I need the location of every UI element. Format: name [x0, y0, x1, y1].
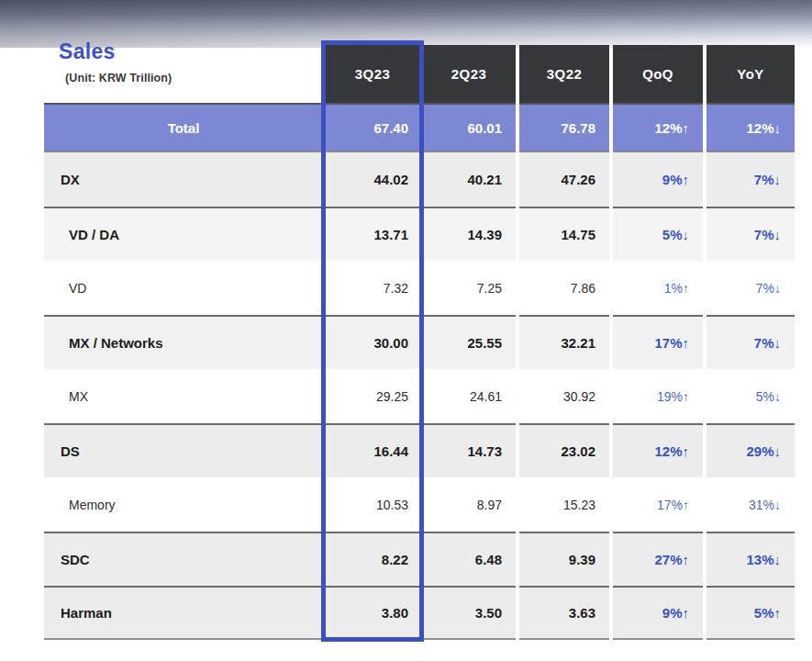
cell-vd-da-qoq: 5%↓: [613, 207, 703, 261]
cell-total-2q23: 60.01: [422, 103, 516, 152]
cell-dx-qoq: 9%↑: [613, 152, 703, 207]
cell-total-yoy: 12%↓: [706, 103, 795, 152]
cell-vd-da-2q23: 14.39: [422, 207, 516, 261]
cell-memory-2q23: 8.97: [422, 477, 516, 532]
title-block: Sales (Unit: KRW Trillion): [59, 40, 172, 84]
cell-mx-networks-3q23: 30.00: [323, 315, 422, 369]
cell-vd-2q23: 7.25: [422, 261, 516, 315]
cell-vd-3q22: 7.86: [519, 261, 609, 315]
column-header-3q23: 3Q23: [323, 45, 422, 103]
cell-vd-da-3q23: 13.71: [323, 207, 422, 261]
row-label-mx-networks: MX / Networks: [44, 315, 323, 369]
cell-total-3q23: 67.40: [323, 103, 422, 152]
cell-mx-qoq: 19%↑: [613, 369, 703, 423]
cell-mx-networks-qoq: 17%↑: [613, 315, 703, 369]
cell-ds-yoy: 29%↓: [706, 423, 795, 477]
cell-mx-networks-2q23: 25.55: [422, 315, 516, 369]
row-label-dx: DX: [44, 152, 323, 207]
cell-memory-3q23: 10.53: [323, 477, 422, 532]
row-label-harman: Harman: [44, 586, 323, 640]
row-label-vd-da: VD / DA: [44, 207, 323, 261]
cell-dx-3q23: 44.02: [323, 152, 422, 207]
cell-mx-networks-3q22: 32.21: [519, 315, 609, 369]
cell-ds-2q23: 14.73: [422, 423, 516, 477]
cell-memory-3q22: 15.23: [519, 477, 609, 532]
row-label-mx: MX: [44, 369, 323, 423]
row-label-sdc: SDC: [44, 532, 323, 586]
cell-sdc-yoy: 13%↓: [706, 532, 795, 586]
cell-memory-yoy: 31%↓: [706, 477, 795, 532]
cell-harman-yoy: 5%↑: [706, 586, 795, 640]
cell-vd-qoq: 1%↑: [613, 261, 703, 315]
cell-memory-qoq: 17%↑: [613, 477, 703, 532]
cell-ds-3q22: 23.02: [519, 423, 609, 477]
row-label-ds: DS: [44, 423, 323, 477]
page-title: Sales: [59, 40, 172, 63]
cell-ds-qoq: 12%↑: [613, 423, 703, 477]
cell-vd-yoy: 7%↓: [706, 261, 795, 315]
column-header-qoq: QoQ: [613, 45, 703, 103]
cell-mx-2q23: 24.61: [422, 369, 516, 423]
row-label-vd: VD: [44, 261, 323, 315]
row-label-memory: Memory: [44, 477, 323, 532]
cell-dx-3q22: 47.26: [519, 152, 609, 207]
cell-dx-2q23: 40.21: [422, 152, 516, 207]
cell-harman-qoq: 9%↑: [613, 586, 703, 640]
cell-sdc-2q23: 6.48: [422, 532, 516, 586]
cell-harman-3q23: 3.80: [323, 586, 422, 640]
cell-harman-3q22: 3.63: [519, 586, 609, 640]
unit-label: (Unit: KRW Trillion): [59, 72, 172, 84]
cell-vd-da-3q22: 14.75: [519, 207, 609, 261]
cell-vd-da-yoy: 7%↓: [706, 207, 795, 261]
cell-mx-networks-yoy: 7%↓: [706, 315, 795, 369]
cell-mx-3q22: 30.92: [519, 369, 609, 423]
cell-dx-yoy: 7%↓: [706, 152, 795, 207]
sales-table: 3Q232Q233Q22QoQYoYTotal67.4060.0176.7812…: [44, 45, 795, 640]
cell-harman-2q23: 3.50: [422, 586, 516, 640]
row-label-total: Total: [44, 103, 323, 152]
column-header-yoy: YoY: [706, 45, 795, 103]
cell-vd-3q23: 7.32: [323, 261, 422, 315]
cell-total-3q22: 76.78: [519, 103, 609, 152]
cell-sdc-3q23: 8.22: [323, 532, 422, 586]
column-header-2q23: 2Q23: [422, 45, 516, 103]
cell-mx-yoy: 5%↓: [706, 369, 795, 423]
cell-total-qoq: 12%↑: [613, 103, 703, 152]
cell-mx-3q23: 29.25: [323, 369, 422, 423]
column-header-3q22: 3Q22: [519, 45, 609, 103]
cell-sdc-qoq: 27%↑: [613, 532, 703, 586]
cell-ds-3q23: 16.44: [323, 423, 422, 477]
cell-sdc-3q22: 9.39: [519, 532, 609, 586]
